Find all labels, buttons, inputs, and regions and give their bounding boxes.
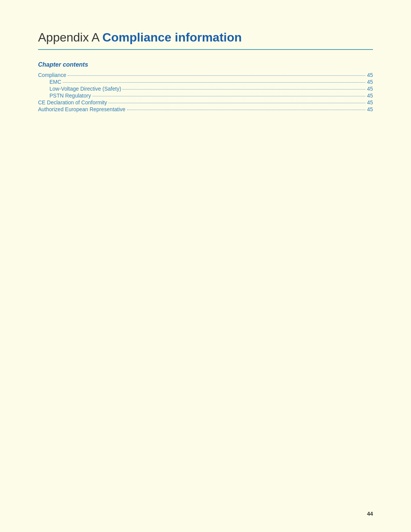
toc-link[interactable]: Low-Voltage Directive (Safety) [49, 86, 121, 92]
toc-page: 45 [367, 93, 373, 99]
toc-row: Authorized European Representative 45 [38, 106, 373, 112]
toc-page: 45 [367, 106, 373, 112]
toc-link[interactable]: PSTN Regulatory [49, 93, 91, 99]
toc-page: 45 [367, 79, 373, 85]
toc-link[interactable]: EMC [49, 79, 61, 85]
toc-dots [68, 75, 365, 76]
toc-page: 45 [367, 72, 373, 78]
page-number: 44 [367, 511, 373, 517]
toc-dots [92, 96, 365, 96]
toc-dots [123, 89, 365, 89]
toc-row: EMC 45 [38, 79, 373, 85]
toc-dots [108, 103, 365, 103]
chapter-title-bold: Compliance information [102, 30, 242, 44]
toc-dots [127, 110, 366, 110]
toc-dots [63, 82, 365, 83]
toc-row: PSTN Regulatory 45 [38, 93, 373, 99]
toc-container: Compliance 45 EMC 45 Low-Voltage Directi… [38, 72, 373, 112]
chapter-header: Appendix A Compliance information [38, 30, 373, 50]
toc-link[interactable]: CE Declaration of Conformity [38, 99, 107, 105]
toc-row: Compliance 45 [38, 72, 373, 78]
page: Appendix A Compliance information Chapte… [0, 0, 411, 532]
toc-link[interactable]: Authorized European Representative [38, 106, 126, 112]
toc-row: CE Declaration of Conformity 45 [38, 99, 373, 105]
toc-row: Low-Voltage Directive (Safety) 45 [38, 86, 373, 92]
chapter-title: Appendix A Compliance information [38, 30, 373, 45]
toc-page: 45 [367, 86, 373, 92]
toc-link[interactable]: Compliance [38, 72, 66, 78]
chapter-contents-section: Chapter contents Compliance 45 EMC 45 Lo… [38, 61, 373, 112]
toc-page: 45 [367, 99, 373, 105]
chapter-contents-heading: Chapter contents [38, 61, 373, 68]
chapter-title-prefix: Appendix A [38, 30, 102, 44]
